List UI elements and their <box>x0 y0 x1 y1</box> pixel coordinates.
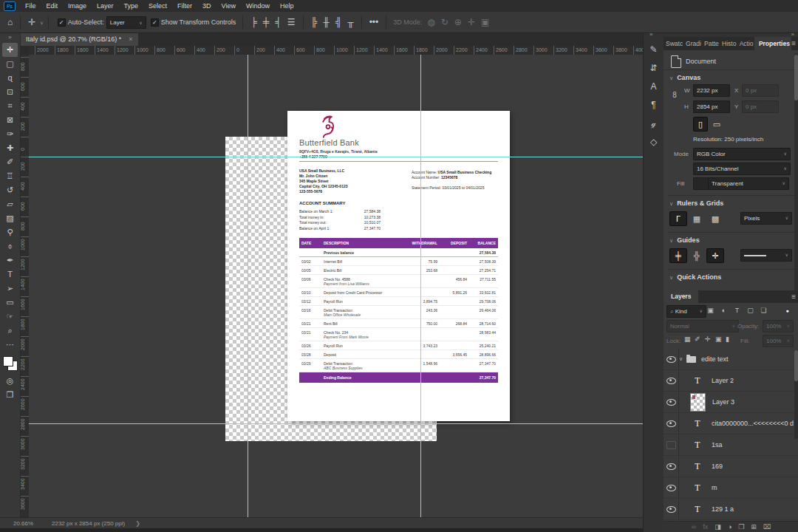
layer-name[interactable]: edite text <box>701 355 729 363</box>
eraser-tool[interactable]: ▱ <box>2 197 18 211</box>
width-input[interactable]: 2232 px <box>693 84 730 97</box>
layer-filter-icon-2[interactable]: T <box>732 305 743 316</box>
close-icon[interactable]: × <box>129 35 132 43</box>
blur-tool[interactable]: ⚲ <box>2 225 18 239</box>
link-dimensions-icon[interactable]: 8 <box>672 91 677 99</box>
eye-icon[interactable] <box>666 399 676 406</box>
guide-horizontal[interactable] <box>29 157 643 157</box>
libraries-panel-icon[interactable]: ◇ <box>647 134 661 149</box>
3d-mode-icon-1[interactable]: ↻ <box>438 17 451 27</box>
layer-name[interactable]: Layer 2 <box>712 377 734 384</box>
layer-filter-icon-3[interactable]: ▢ <box>745 305 756 316</box>
ruler-toggle-button[interactable]: Γ <box>669 211 687 226</box>
mode-dropdown[interactable]: RGB Color∨ <box>693 148 791 160</box>
path-selection-tool[interactable]: ➢ <box>2 282 18 296</box>
lasso-tool[interactable]: ɋ <box>2 71 18 85</box>
pen-tool[interactable]: ✒ <box>2 253 18 267</box>
3d-mode-icon-0[interactable]: ◍ <box>424 17 437 27</box>
image-layer-thumbnail[interactable] <box>690 393 706 412</box>
height-input[interactable]: 2854 px <box>693 100 730 113</box>
document-tab[interactable]: Italy id.psd @ 20.7% (RGB/16) * × <box>20 33 138 46</box>
eye-icon[interactable] <box>666 485 676 491</box>
visibility-cell[interactable] <box>664 477 679 498</box>
hand-tool[interactable]: ☞ <box>2 310 18 324</box>
quick-actions-section-header[interactable]: ∨Quick Actions <box>669 273 721 281</box>
distribute-icon-2[interactable]: ╣ <box>332 17 345 27</box>
layer-row[interactable]: T129 1 a <box>664 499 798 520</box>
table-row[interactable]: 03/06Check No. 4588Payment from Lisa Wil… <box>299 275 498 288</box>
auto-select-checkbox[interactable]: ✓ <box>58 18 66 27</box>
rectangle-tool[interactable]: ▭ <box>2 296 18 310</box>
align-icon-2[interactable]: ╡ <box>272 17 284 27</box>
layer-filter-icon-4[interactable]: ❏ <box>758 305 769 316</box>
text-layer-thumbnail[interactable]: T <box>689 440 706 451</box>
menu-image[interactable]: Image <box>63 0 92 12</box>
table-row[interactable]: Previous balance27,584.38 <box>299 248 498 257</box>
menu-help[interactable]: Help <box>275 0 299 12</box>
guide-style-dropdown[interactable]: ∨ <box>740 249 792 262</box>
eye-icon[interactable] <box>666 463 676 470</box>
properties-scrollbar[interactable] <box>794 53 798 312</box>
marquee-tool[interactable]: ▢ <box>2 57 18 71</box>
history-brush-tool[interactable]: ↺ <box>2 183 18 197</box>
eye-icon[interactable] <box>666 420 676 427</box>
more-options-icon[interactable]: ••• <box>366 17 382 27</box>
blend-mode-dropdown[interactable]: Normal∨ <box>666 320 739 332</box>
lock-guides-button[interactable]: ╬ <box>688 248 706 263</box>
pixel-grid-toggle-button[interactable]: ▩ <box>706 211 724 226</box>
move-tool-icon[interactable]: ✛ <box>25 17 38 27</box>
3d-mode-icon-2[interactable]: ⊕ <box>451 17 465 27</box>
text-layer-thumbnail[interactable]: T <box>689 504 706 515</box>
foreground-color-swatch[interactable] <box>3 356 13 366</box>
layer-row[interactable]: ∨edite text <box>664 349 798 370</box>
layer-name[interactable]: m <box>712 484 717 491</box>
tab-swatc[interactable]: Swatc <box>664 37 683 50</box>
brush-tool[interactable]: ✐ <box>2 155 18 169</box>
landscape-orientation-button[interactable]: ▭ <box>709 117 724 132</box>
dodge-tool[interactable]: ⌽ <box>2 239 18 253</box>
lock-icon-0[interactable]: ▦ <box>684 335 691 343</box>
visibility-cell[interactable] <box>664 349 679 369</box>
panel-menu-icon[interactable]: ≡ <box>791 290 798 303</box>
table-row[interactable]: 03/29Debit TransactionABC Business Suppl… <box>299 359 498 372</box>
canvas-section-header[interactable]: ∨Canvas <box>669 74 700 81</box>
rulers-grids-section-header[interactable]: ∨Rulers & Grids <box>669 200 723 207</box>
auto-select-target-dropdown[interactable]: Layer∨ <box>106 16 146 29</box>
tab-histo[interactable]: Histo <box>720 37 737 50</box>
bit-depth-dropdown[interactable]: 16 Bits/Channel∨ <box>693 163 791 175</box>
tab-layers[interactable]: Layers <box>664 290 698 303</box>
collapse-tools-icon[interactable]: » <box>0 33 20 43</box>
distribute-icon-1[interactable]: ╫ <box>320 17 332 27</box>
3d-mode-icon-4[interactable]: ▣ <box>478 17 492 27</box>
clone-stamp-tool[interactable]: ♖ <box>2 169 18 183</box>
fill-color-checkbox[interactable] <box>693 177 709 190</box>
layer-name[interactable]: cita0000000...<<<<<<<<0 d <box>712 420 794 427</box>
move-tool[interactable]: ✛ <box>2 43 18 57</box>
quick-mask-button[interactable]: ◎ <box>2 374 18 388</box>
tab-gradi[interactable]: Gradi <box>683 37 702 50</box>
menu-filter[interactable]: Filter <box>172 0 197 12</box>
eye-icon[interactable] <box>666 506 676 513</box>
table-row[interactable]: 03/16Debit TransactionMain Office Wholes… <box>299 306 498 319</box>
layer-row[interactable]: Tm <box>664 477 798 499</box>
table-row[interactable]: 03/02Internet Bill75.9927,508.39 <box>299 257 498 266</box>
menu-window[interactable]: Window <box>241 0 275 12</box>
lock-icon-4[interactable]: ▮ <box>726 335 729 343</box>
menu-type[interactable]: Type <box>119 0 144 12</box>
lock-icon-1[interactable]: ✐ <box>695 335 700 343</box>
menu-3d[interactable]: 3D <box>197 0 216 12</box>
distribute-icon-3[interactable]: ╥ <box>344 17 357 27</box>
link-layers-icon[interactable]: ∞ <box>692 522 696 532</box>
visibility-cell[interactable] <box>664 370 679 391</box>
crop-tool[interactable]: ⌗ <box>2 99 18 113</box>
foreground-background-swatches[interactable] <box>3 356 18 371</box>
home-icon[interactable]: ⌂ <box>4 17 16 27</box>
eyedropper-tool[interactable]: ✑ <box>2 127 18 141</box>
text-layer-thumbnail[interactable]: T <box>689 418 706 429</box>
layer-row[interactable]: TLayer 2 <box>664 370 798 392</box>
grid-toggle-button[interactable]: ▦ <box>688 211 706 226</box>
chevron-down-icon[interactable]: ∨ <box>679 356 686 362</box>
layer-row[interactable]: Tcita0000000...<<<<<<<<0 d <box>664 413 798 434</box>
layer-filter-icon-0[interactable]: ▣ <box>705 305 716 316</box>
menu-edit[interactable]: Edit <box>41 0 64 12</box>
